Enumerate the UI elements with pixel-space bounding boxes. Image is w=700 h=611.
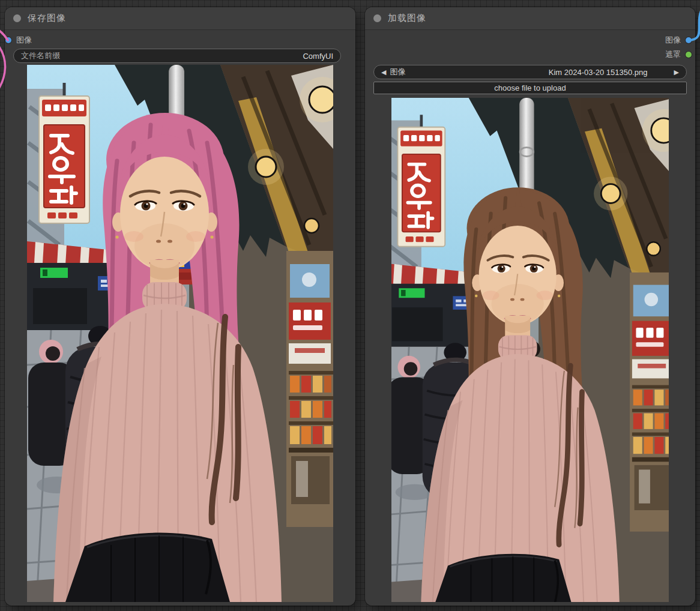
save-image-title-bar[interactable]: 保存图像 (5, 7, 355, 30)
node-save-image[interactable]: 保存图像 图像 文件名前缀 ComfyUI (5, 7, 355, 606)
node-load-image[interactable]: 加载图像 图像 遮罩 ◀ 图像 Kim 2024-03-20 151350.pn… (365, 7, 695, 606)
image-combo-value: Kim 2024-03-20 151350.png (549, 68, 648, 77)
loaded-image-preview (391, 98, 669, 602)
saved-image-preview (27, 65, 333, 602)
filename-prefix-widget[interactable]: 文件名前缀 ComfyUI (13, 49, 341, 63)
output-port-mask-dot[interactable] (686, 52, 692, 58)
filename-prefix-value: ComfyUI (303, 52, 333, 61)
input-slot-image: 图像 (5, 34, 32, 46)
input-slot-label: 图像 (16, 35, 32, 46)
output-port-image-dot[interactable] (686, 37, 692, 43)
filename-prefix-label: 文件名前缀 (21, 50, 60, 61)
output-slot-label: 图像 (665, 35, 681, 46)
output-slot-mask: 遮罩 (665, 49, 692, 61)
node-title: 保存图像 (28, 13, 66, 24)
node-title: 加载图像 (388, 13, 426, 24)
image-file-combo[interactable]: ◀ 图像 Kim 2024-03-20 151350.png ▶ (373, 65, 687, 79)
load-image-title-bar[interactable]: 加载图像 (365, 7, 695, 30)
output-slot-image: 图像 (665, 34, 692, 46)
prev-image-arrow-icon[interactable]: ◀ (381, 69, 386, 76)
next-image-arrow-icon[interactable]: ▶ (674, 69, 679, 76)
collapse-dot[interactable] (13, 14, 21, 22)
collapse-dot[interactable] (373, 14, 381, 22)
output-slot-label: 遮罩 (665, 49, 681, 60)
choose-file-upload-button[interactable]: choose file to upload (373, 82, 687, 94)
input-port-image-dot[interactable] (5, 37, 11, 43)
image-combo-label: 图像 (390, 67, 405, 77)
